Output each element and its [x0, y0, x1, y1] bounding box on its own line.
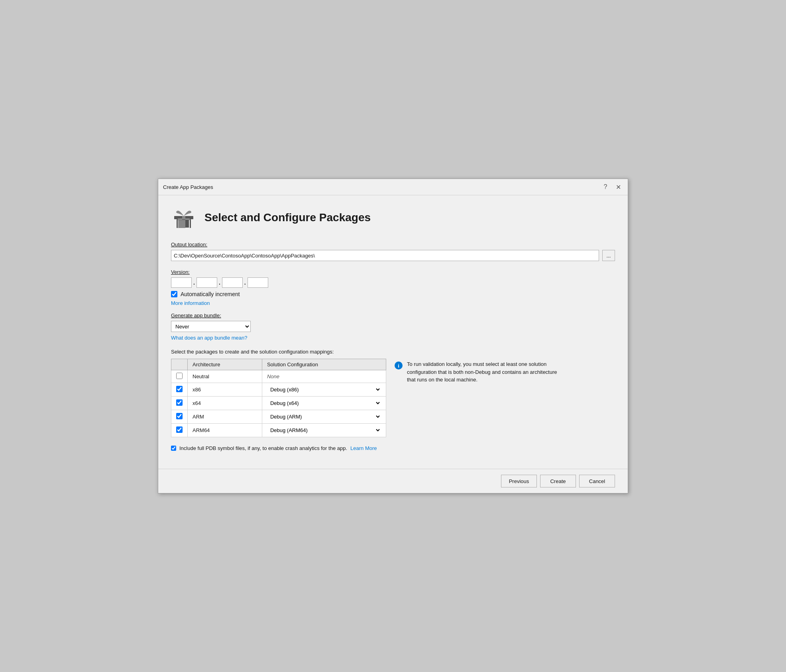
row-checkbox-cell — [171, 383, 188, 397]
browse-button[interactable]: ... — [602, 250, 615, 261]
help-button[interactable]: ? — [601, 182, 610, 192]
table-row: Neutral None — [171, 370, 386, 383]
version-row: 1 . 0 . 1 . 0 — [171, 277, 615, 288]
pkg-config-select-arm64[interactable]: Debug (x86) Debug (x64) Debug (ARM) Debu… — [267, 426, 381, 434]
header-section: Select and Configure Packages — [171, 205, 615, 230]
row-checkbox-cell — [171, 424, 188, 437]
row-arch-x86: x86 — [188, 383, 262, 397]
pdb-checkbox[interactable] — [171, 446, 176, 451]
svg-text:i: i — [398, 363, 399, 369]
version-dot-1: . — [193, 279, 195, 286]
more-info-link[interactable]: More information — [171, 300, 210, 306]
table-row: x64 Debug (x86) Debug (x64) Debug (ARM) … — [171, 397, 386, 410]
page-title: Select and Configure Packages — [204, 211, 371, 224]
col-header-solution-config: Solution Configuration — [262, 359, 386, 370]
dialog-title: Create App Packages — [163, 184, 213, 190]
col-header-checkbox — [171, 359, 188, 370]
pkg-config-select-x64[interactable]: Debug (x86) Debug (x64) Debug (ARM) Debu… — [267, 399, 381, 407]
version-build[interactable]: 1 — [222, 277, 243, 288]
info-icon: i — [394, 361, 403, 370]
learn-more-link[interactable]: Learn More — [350, 445, 377, 451]
pkg-checkbox-x64[interactable] — [176, 399, 183, 406]
row-arch-x64: x64 — [188, 397, 262, 410]
pdb-label: Include full PDB symbol files, if any, t… — [179, 445, 347, 451]
packages-table-wrapper: Architecture Solution Configuration Neut… — [171, 359, 386, 437]
version-section: Version: 1 . 0 . 1 . 0 Automatically inc… — [171, 269, 615, 306]
previous-button[interactable]: Previous — [501, 475, 537, 487]
title-bar-left: Create App Packages — [163, 184, 213, 190]
table-row: ARM Debug (x86) Debug (x64) Debug (ARM) … — [171, 410, 386, 424]
version-minor[interactable]: 0 — [196, 277, 217, 288]
version-revision[interactable]: 0 — [248, 277, 268, 288]
packages-section-label: Select the packages to create and the so… — [171, 349, 615, 355]
row-checkbox-cell — [171, 370, 188, 383]
col-header-architecture: Architecture — [188, 359, 262, 370]
version-major[interactable]: 1 — [171, 277, 192, 288]
row-checkbox-cell — [171, 397, 188, 410]
create-button[interactable]: Create — [540, 475, 576, 487]
info-text: To run validation locally, you must sele… — [407, 360, 562, 384]
pkg-checkbox-neutral[interactable] — [176, 373, 183, 379]
output-location-label: Output location: — [171, 242, 615, 248]
row-config-arm: Debug (x86) Debug (x64) Debug (ARM) Debu… — [262, 410, 386, 424]
main-content: Select and Configure Packages Output loc… — [158, 195, 628, 469]
auto-increment-row: Automatically increment — [171, 291, 615, 297]
output-path-input[interactable] — [171, 250, 599, 261]
packages-content: Architecture Solution Configuration Neut… — [171, 359, 615, 437]
version-dot-3: . — [244, 279, 246, 286]
packages-table: Architecture Solution Configuration Neut… — [171, 359, 386, 437]
row-config-arm64: Debug (x86) Debug (x64) Debug (ARM) Debu… — [262, 424, 386, 437]
row-config-x86: Debug (x86) Debug (x64) Debug (ARM) Debu… — [262, 383, 386, 397]
row-config-neutral: None — [262, 370, 386, 383]
output-row: ... — [171, 250, 615, 261]
pkg-checkbox-x86[interactable] — [176, 386, 183, 392]
row-config-x64: Debug (x86) Debug (x64) Debug (ARM) Debu… — [262, 397, 386, 410]
footer: Previous Create Cancel — [158, 469, 628, 493]
bundle-section: Generate app bundle: Never Always If nee… — [171, 312, 615, 341]
table-row: x86 Debug (x86) Debug (x64) Debug (ARM) … — [171, 383, 386, 397]
bundle-select[interactable]: Never Always If needed — [171, 321, 251, 332]
dialog: Create App Packages ? ✕ — [158, 179, 628, 493]
bundle-label: Generate app bundle: — [171, 312, 615, 318]
row-arch-arm: ARM — [188, 410, 262, 424]
cancel-button[interactable]: Cancel — [579, 475, 615, 487]
packages-section: Select the packages to create and the so… — [171, 349, 615, 437]
row-checkbox-cell — [171, 410, 188, 424]
svg-rect-5 — [177, 219, 191, 220]
bundle-info-link[interactable]: What does an app bundle mean? — [171, 335, 248, 341]
info-box: i To run validation locally, you must se… — [394, 359, 562, 384]
svg-rect-3 — [178, 219, 182, 228]
version-label: Version: — [171, 269, 615, 275]
auto-increment-checkbox[interactable] — [171, 291, 177, 297]
pdb-row: Include full PDB symbol files, if any, t… — [171, 445, 615, 451]
svg-rect-4 — [182, 216, 185, 228]
output-location-section: Output location: ... — [171, 242, 615, 261]
title-bar: Create App Packages ? ✕ — [158, 179, 628, 195]
close-button[interactable]: ✕ — [613, 182, 623, 192]
table-row: ARM64 Debug (x86) Debug (x64) Debug (ARM… — [171, 424, 386, 437]
pkg-checkbox-arm64[interactable] — [176, 426, 183, 433]
table-header-row: Architecture Solution Configuration — [171, 359, 386, 370]
auto-increment-label: Automatically increment — [181, 291, 240, 297]
version-dot-2: . — [219, 279, 220, 286]
row-arch-arm64: ARM64 — [188, 424, 262, 437]
pkg-config-select-arm[interactable]: Debug (x86) Debug (x64) Debug (ARM) Debu… — [267, 413, 381, 421]
pkg-config-select-x86[interactable]: Debug (x86) Debug (x64) Debug (ARM) Debu… — [267, 385, 381, 394]
row-arch-neutral: Neutral — [188, 370, 262, 383]
bundle-dropdown-row: Never Always If needed — [171, 321, 615, 332]
title-bar-right: ? ✕ — [601, 182, 623, 192]
pkg-checkbox-arm[interactable] — [176, 413, 183, 419]
app-icon — [171, 205, 196, 230]
